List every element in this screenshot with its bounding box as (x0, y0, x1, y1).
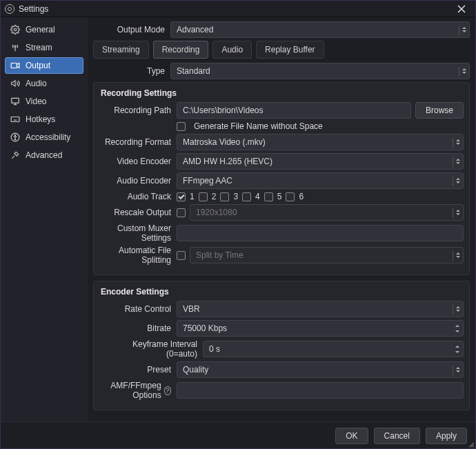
audio-track-4-checkbox[interactable] (242, 192, 251, 201)
encoder-settings-panel: Encoder Settings Rate Control VBR Bitrat… (93, 281, 470, 410)
chevron-updown-icon (455, 154, 462, 169)
resize-grip-icon[interactable]: ◢ (468, 440, 474, 448)
tab-recording[interactable]: Recording (153, 41, 209, 59)
amf-options-label: AMF/FFmpeg Options (99, 381, 161, 400)
preset-select[interactable]: Quality (177, 361, 464, 378)
video-encoder-label: Video Encoder (99, 157, 177, 166)
help-icon[interactable]: ? (164, 386, 171, 395)
custom-muxer-input[interactable] (177, 225, 464, 241)
tab-audio[interactable]: Audio (212, 41, 252, 59)
output-mode-label: Output Mode (93, 25, 170, 34)
rescale-output-label: Rescale Output (99, 208, 177, 217)
cancel-button[interactable]: Cancel (374, 428, 420, 444)
video-encoder-select[interactable]: AMD HW H.265 (HEVC) (177, 153, 464, 170)
output-tabs: Streaming Recording Audio Replay Buffer (93, 41, 470, 59)
content-area: Output Mode Advanced Streaming Recording… (88, 17, 475, 421)
svg-point-1 (14, 46, 16, 47)
sidebar-item-advanced[interactable]: Advanced (5, 147, 83, 163)
generate-filename-label: Generate File Name without Space (194, 121, 323, 131)
sidebar-item-label: Advanced (26, 150, 62, 160)
tab-streaming[interactable]: Streaming (93, 41, 149, 59)
recording-format-label: Recording Format (99, 137, 177, 147)
sidebar: General Stream Output Audio Video (1, 17, 88, 421)
audio-track-1-checkbox[interactable] (177, 192, 186, 201)
track-label: 4 (255, 192, 260, 201)
sidebar-item-hotkeys[interactable]: Hotkeys (5, 111, 83, 128)
encoder-settings-title: Encoder Settings (101, 287, 464, 297)
sidebar-item-general[interactable]: General (5, 21, 83, 38)
audio-track-2-checkbox[interactable] (199, 192, 208, 201)
tab-replay-buffer[interactable]: Replay Buffer (256, 41, 324, 59)
ok-button[interactable]: OK (335, 428, 368, 444)
audio-encoder-label: Audio Encoder (99, 176, 177, 186)
amf-options-input[interactable] (177, 382, 464, 399)
bitrate-spinner[interactable]: 75000 Kbps (177, 320, 464, 337)
audio-encoder-select[interactable]: FFmpeg AAC (177, 172, 464, 189)
sidebar-item-label: Audio (26, 79, 47, 88)
antenna-icon (10, 43, 20, 52)
svg-point-0 (14, 28, 17, 31)
rescale-output-checkbox[interactable] (177, 208, 186, 217)
recording-path-input[interactable]: C:\Users\brion\Videos (177, 102, 411, 119)
preset-label: Preset (99, 365, 177, 375)
sidebar-item-audio[interactable]: Audio (5, 75, 83, 92)
rate-control-label: Rate Control (99, 304, 177, 314)
sidebar-item-label: Video (26, 97, 46, 106)
output-mode-select[interactable]: Advanced (170, 21, 470, 38)
type-select[interactable]: Standard (170, 63, 470, 79)
spinner-arrows-icon[interactable] (453, 341, 462, 357)
output-icon (10, 61, 20, 70)
rate-control-select[interactable]: VBR (177, 301, 464, 317)
track-label: 1 (190, 192, 195, 201)
accessibility-icon (10, 132, 20, 142)
sidebar-item-label: General (26, 25, 55, 34)
speaker-icon (10, 79, 20, 88)
gear-icon (10, 25, 20, 34)
titlebar: Settings (1, 1, 475, 17)
chevron-updown-icon (461, 22, 468, 37)
chevron-updown-icon (461, 63, 468, 79)
keyframe-interval-label: Keyframe Interval (0=auto) (99, 339, 203, 359)
sidebar-item-label: Output (26, 61, 50, 70)
window-title: Settings (19, 4, 457, 14)
sidebar-item-label: Stream (26, 43, 52, 52)
close-icon[interactable] (457, 5, 471, 13)
sidebar-item-stream[interactable]: Stream (5, 39, 83, 56)
track-label: 3 (233, 192, 238, 201)
svg-rect-2 (11, 63, 17, 68)
sidebar-item-accessibility[interactable]: Accessibility (5, 129, 83, 146)
generate-filename-checkbox[interactable] (177, 122, 186, 131)
track-label: 5 (277, 192, 282, 201)
chevron-down-icon (455, 205, 462, 220)
recording-format-select[interactable]: Matroska Video (.mkv) (177, 134, 464, 150)
svg-rect-4 (11, 117, 19, 122)
auto-file-splitting-label: Automatic File Splitting (99, 246, 177, 265)
audio-track-5-checkbox[interactable] (264, 192, 273, 201)
sidebar-item-label: Accessibility (26, 132, 70, 142)
rescale-output-select[interactable]: 1920x1080 (190, 204, 464, 221)
recording-path-label: Recording Path (99, 106, 177, 115)
keyframe-interval-spinner[interactable]: 0 s (203, 341, 464, 357)
chevron-updown-icon (455, 173, 462, 188)
recording-settings-title: Recording Settings (101, 88, 464, 98)
audio-track-3-checkbox[interactable] (220, 192, 229, 201)
sidebar-item-output[interactable]: Output (5, 57, 83, 74)
chevron-updown-icon (455, 134, 462, 150)
chevron-updown-icon (455, 248, 462, 263)
spinner-arrows-icon[interactable] (453, 321, 462, 336)
custom-muxer-label: Custom Muxer Settings (99, 223, 177, 243)
sidebar-item-video[interactable]: Video (5, 93, 83, 110)
type-label: Type (93, 66, 170, 76)
audio-track-6-checkbox[interactable] (286, 192, 295, 201)
sidebar-item-label: Hotkeys (26, 114, 55, 124)
keyboard-icon (10, 114, 20, 124)
track-label: 2 (212, 192, 217, 201)
dialog-footer: OK Cancel Apply ◢ (1, 421, 475, 449)
browse-button[interactable]: Browse (415, 102, 464, 119)
auto-file-splitting-checkbox[interactable] (177, 251, 186, 260)
recording-settings-panel: Recording Settings Recording Path C:\Use… (93, 82, 470, 275)
app-icon (5, 4, 14, 14)
auto-file-splitting-select[interactable]: Split by Time (190, 247, 464, 263)
apply-button[interactable]: Apply (426, 428, 467, 444)
monitor-icon (10, 97, 20, 106)
